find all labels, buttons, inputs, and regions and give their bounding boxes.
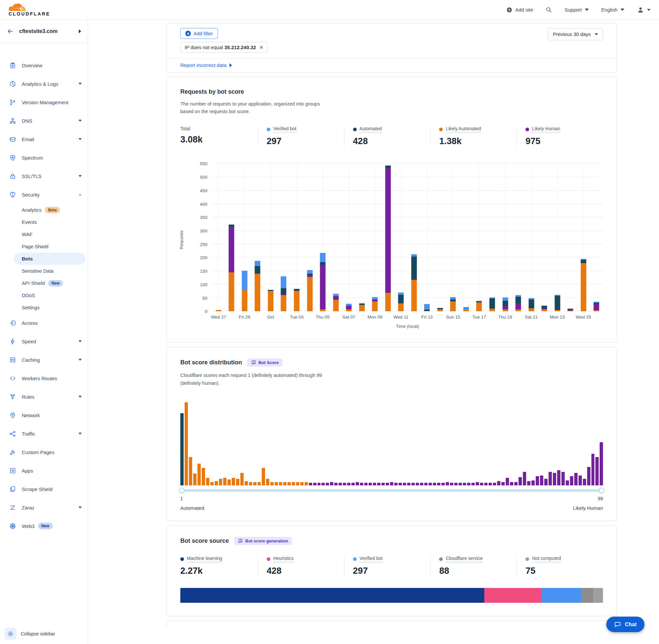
add-site-button[interactable]: Add site [507,7,533,13]
sidebar-item-access[interactable]: Access [0,314,88,332]
stat-label[interactable]: Heuristics [273,556,293,562]
histogram-bar [540,476,543,485]
sidebar-item-zaraz[interactable]: Zaraz [0,498,88,517]
bar-segment-likely-human [229,227,234,272]
legend-dot [353,557,357,561]
sidebar-item-network[interactable]: Network [0,406,88,424]
settings-gear-button[interactable] [5,628,17,640]
sidebar-item-speed[interactable]: Speed [0,332,88,350]
sidebar-item-scrape-shield[interactable]: Scrape Shield [0,480,88,498]
cloudflare-logo[interactable]: CLOUDFLARE [8,3,50,17]
histogram-bar [557,470,560,485]
sidebar-item-caching[interactable]: Caching [0,350,88,369]
date-range-select[interactable]: Previous 30 days [548,28,603,40]
sidebar-item-email[interactable]: Email [0,130,88,148]
y-tick-label: 50 [193,296,207,300]
add-filter-button[interactable]: + Add filter [180,28,218,39]
language-menu[interactable]: English [601,7,625,13]
sidebar-item-label: DNS [22,118,32,124]
histogram-bar [424,483,428,485]
site-chevron-icon[interactable] [79,29,81,33]
stat-label[interactable]: Automated [360,126,382,133]
sidebar-item-ddos[interactable]: DDoS [0,289,88,301]
histogram-bar [476,482,479,485]
account-menu[interactable] [637,6,651,14]
sidebar-item-label: Overview [22,63,43,68]
sidebar-item-analytics-logs[interactable]: Analytics & Logs [0,74,88,93]
sidebar-item-spectrum[interactable]: Spectrum [0,148,88,167]
filter-chip[interactable]: IP does not equal 35.212.240.32 ✕ [180,42,268,53]
chevron-down-icon [78,138,82,140]
sidebar-item-sensitive-data[interactable]: Sensitive Data [0,265,88,277]
sidebar-item-security[interactable]: Security [0,185,88,204]
histogram-bar [279,482,282,485]
slider-knob-min[interactable] [179,488,185,493]
sidebar-item-events[interactable]: Events [0,216,88,228]
sidebar-item-label: Web3 [22,523,34,529]
chat-button[interactable]: Chat [606,617,644,632]
sidebar-item-custom-pages[interactable]: Custom Pages [0,443,88,461]
stat-label[interactable]: Verified bot [360,556,383,562]
legend-dot [525,128,529,131]
sidebar-item-label: Events [22,219,37,225]
histogram-bar [514,482,518,485]
histogram-bar [591,454,595,485]
sidebar-item-label: Sensitive Data [22,268,54,274]
stat-label[interactable]: Verified bot [273,126,297,133]
chart-bar [568,309,573,311]
sidebar-item-label: Page Shield [22,244,48,249]
sidebar-item-dns[interactable]: DNS [0,112,88,130]
sidebar-item-web3[interactable]: Web3New [0,517,88,535]
bar-segment-automated [555,296,560,310]
gridline [218,164,219,311]
back-arrow-icon[interactable] [6,28,14,35]
histogram-bar [561,472,565,485]
search-button[interactable] [546,6,552,13]
bot-score-doc-badge[interactable]: Bot Score [247,359,283,367]
slider-knob-max[interactable] [599,488,604,493]
x-tick-label: Mon 09 [368,315,382,320]
sidebar-item-api-shield[interactable]: API ShieldNew [0,277,88,289]
sidebar-item-version-management[interactable]: Version Management [0,93,88,112]
histogram-bar [228,480,231,485]
stat-label: Total [180,126,190,131]
stat-automated: Automated428 [344,126,430,146]
stat-label[interactable]: Likely Human [532,126,560,133]
x-tick-label: Thu 19 [498,315,512,320]
spectrum-icon [9,154,16,161]
sidebar-item-workers-routes[interactable]: Workers Routes [0,369,88,388]
sidebar-item-traffic[interactable]: Traffic [0,424,88,443]
bar-segment-likely-automated [463,309,469,312]
sidebar-item-overview[interactable]: Overview [0,56,88,74]
chevron-down-icon [78,120,82,122]
sidebar-item-bots[interactable]: Bots [14,253,86,265]
sidebar-item-waf[interactable]: WAF [0,228,88,240]
sidebar-item-apps[interactable]: Apps [0,461,88,480]
sidebar-item-analytics[interactable]: AnalyticsBeta [0,204,88,216]
histogram-bar [394,483,398,485]
collapse-sidebar-button[interactable]: Collapse sidebar [21,631,55,637]
stat-label[interactable]: Cloudflare service [446,556,483,562]
histogram-bar [193,474,196,485]
histogram-bar [351,483,355,485]
report-incorrect-data-link[interactable]: Report incorrect data [180,62,232,68]
chevron-up-icon [78,193,82,196]
sidebar-item-settings[interactable]: Settings [0,301,88,314]
stat-label[interactable]: Machine learning [187,556,222,562]
remove-filter-icon[interactable]: ✕ [259,45,264,50]
gridline [453,164,453,311]
bar-segment-likely-human [333,296,338,300]
slider-track[interactable] [181,489,602,492]
sidebar-item-ssl-tls[interactable]: SSL/TLS [0,167,88,185]
sidebar-item-rules[interactable]: Rules [0,388,88,406]
stat-label[interactable]: Not computed [532,556,561,562]
stat-value: 3.08k [180,135,252,145]
histogram-bar [283,482,286,485]
sidebar-item-page-shield[interactable]: Page Shield [0,240,88,253]
histogram-bar [403,483,406,485]
support-menu[interactable]: Support [564,7,589,13]
histogram-bar [292,482,295,485]
stat-label[interactable]: Likely Automated [446,126,481,133]
stat-value: 297 [267,136,338,146]
bot-score-generation-doc-badge[interactable]: Bot score generation [234,537,292,545]
